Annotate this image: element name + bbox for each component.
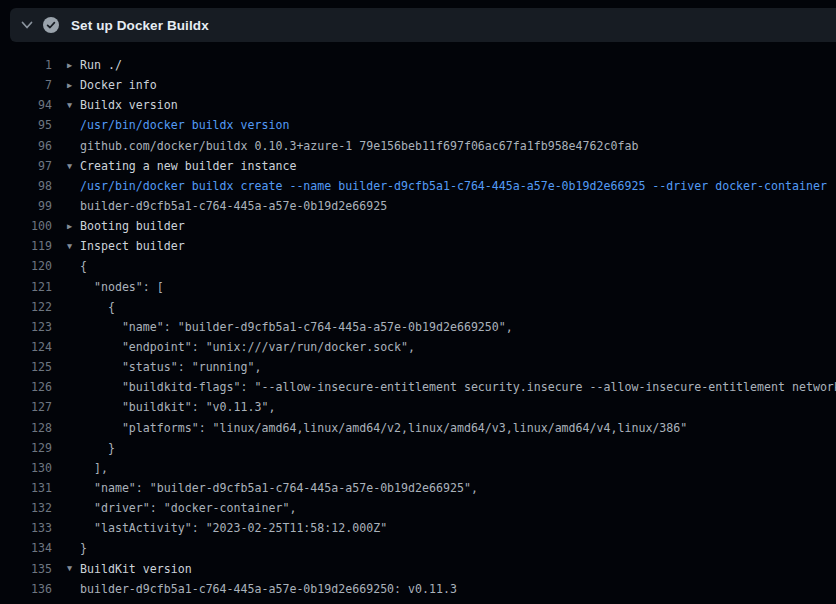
- log-row: 127 "buildkit": "v0.11.3",: [0, 397, 836, 417]
- group-title: Run ./: [80, 58, 122, 72]
- line-number-link[interactable]: 130: [0, 461, 52, 475]
- log-row: 96github.com/docker/buildx 0.10.3+azure-…: [0, 136, 836, 156]
- output-text: }: [80, 441, 115, 455]
- triangle-down-icon: ▼: [52, 101, 80, 110]
- group-title: Docker info: [80, 78, 157, 92]
- log-row: 133 "lastActivity": "2023-02-25T11:58:12…: [0, 518, 836, 538]
- log-group-row[interactable]: 7▶Docker info: [0, 75, 836, 95]
- output-text: builder-d9cfb5a1-c764-445a-a57e-0b19d2e6…: [80, 199, 387, 213]
- triangle-down-icon: ▼: [52, 242, 80, 251]
- log-row: 121 "nodes": [: [0, 277, 836, 297]
- step-title: Set up Docker Buildx: [71, 18, 209, 33]
- triangle-right-icon: ▶: [52, 81, 80, 90]
- log-row: 123 "name": "builder-d9cfb5a1-c764-445a-…: [0, 317, 836, 337]
- output-text: "name": "builder-d9cfb5a1-c764-445a-a57e…: [80, 320, 513, 334]
- line-number-link[interactable]: 136: [0, 582, 52, 596]
- group-title: BuildKit version: [80, 562, 192, 576]
- log-row: 120{: [0, 256, 836, 276]
- line-number-link[interactable]: 129: [0, 441, 52, 455]
- line-number-link[interactable]: 100: [0, 219, 52, 233]
- log-row: 130 ],: [0, 458, 836, 478]
- chevron-down-icon[interactable]: [20, 18, 34, 32]
- log-group-row[interactable]: 94▼Buildx version: [0, 95, 836, 115]
- line-number-link[interactable]: 134: [0, 541, 52, 555]
- command-text: /usr/bin/docker buildx version: [80, 118, 289, 132]
- group-title: Creating a new builder instance: [80, 159, 296, 173]
- log-row: 124 "endpoint": "unix:///var/run/docker.…: [0, 337, 836, 357]
- line-number-link[interactable]: 125: [0, 360, 52, 374]
- output-text: {: [80, 259, 87, 273]
- log-row: 131 "name": "builder-d9cfb5a1-c764-445a-…: [0, 478, 836, 498]
- line-number-link[interactable]: 128: [0, 421, 52, 435]
- line-number-link[interactable]: 122: [0, 300, 52, 314]
- triangle-down-icon: ▼: [52, 564, 80, 573]
- log-group-row[interactable]: 119▼Inspect builder: [0, 236, 836, 256]
- line-number-link[interactable]: 98: [0, 179, 52, 193]
- line-number-link[interactable]: 132: [0, 501, 52, 515]
- line-number-link[interactable]: 7: [0, 78, 52, 92]
- log-lines: 1▶Run ./7▶Docker info94▼Buildx version95…: [0, 44, 836, 604]
- log-row: 128 "platforms": "linux/amd64,linux/amd6…: [0, 418, 836, 438]
- output-text: builder-d9cfb5a1-c764-445a-a57e-0b19d2e6…: [80, 582, 457, 596]
- command-text: /usr/bin/docker buildx create --name bui…: [80, 179, 827, 193]
- line-number-link[interactable]: 127: [0, 400, 52, 414]
- log-row: 99builder-d9cfb5a1-c764-445a-a57e-0b19d2…: [0, 196, 836, 216]
- output-text: github.com/docker/buildx 0.10.3+azure-1 …: [80, 139, 638, 153]
- output-text: {: [80, 300, 115, 314]
- log-row: 95/usr/bin/docker buildx version: [0, 115, 836, 135]
- line-number-link[interactable]: 94: [0, 98, 52, 112]
- log-group-row[interactable]: 100▶Booting builder: [0, 216, 836, 236]
- log-row: 129 }: [0, 438, 836, 458]
- log-row: 126 "buildkitd-flags": "--allow-insecure…: [0, 377, 836, 397]
- group-title: Booting builder: [80, 219, 185, 233]
- log-row: 134}: [0, 538, 836, 558]
- log-row: 136builder-d9cfb5a1-c764-445a-a57e-0b19d…: [0, 579, 836, 599]
- log-group-row[interactable]: 1▶Run ./: [0, 55, 836, 75]
- line-number-link[interactable]: 120: [0, 259, 52, 273]
- output-text: ],: [80, 461, 108, 475]
- line-number-link[interactable]: 119: [0, 239, 52, 253]
- step-header[interactable]: Set up Docker Buildx: [10, 8, 836, 42]
- output-text: "buildkitd-flags": "--allow-insecure-ent…: [80, 380, 836, 394]
- log-group-row[interactable]: 97▼Creating a new builder instance: [0, 156, 836, 176]
- log-row: 122 {: [0, 297, 836, 317]
- log-row: 125 "status": "running",: [0, 357, 836, 377]
- line-number-link[interactable]: 135: [0, 562, 52, 576]
- log-row: 98/usr/bin/docker buildx create --name b…: [0, 176, 836, 196]
- log-row: 132 "driver": "docker-container",: [0, 498, 836, 518]
- triangle-right-icon: ▶: [52, 61, 80, 70]
- line-number-link[interactable]: 121: [0, 280, 52, 294]
- line-number-link[interactable]: 1: [0, 58, 52, 72]
- line-number-link[interactable]: 95: [0, 118, 52, 132]
- triangle-down-icon: ▼: [52, 162, 80, 171]
- triangle-right-icon: ▶: [52, 222, 80, 231]
- output-text: "status": "running",: [80, 360, 261, 374]
- line-number-link[interactable]: 131: [0, 481, 52, 495]
- group-title: Inspect builder: [80, 239, 185, 253]
- line-number-link[interactable]: 126: [0, 380, 52, 394]
- line-number-link[interactable]: 133: [0, 521, 52, 535]
- output-text: "buildkit": "v0.11.3",: [80, 400, 275, 414]
- output-text: "platforms": "linux/amd64,linux/amd64/v2…: [80, 421, 687, 435]
- line-number-link[interactable]: 124: [0, 340, 52, 354]
- group-title: Buildx version: [80, 98, 178, 112]
- output-text: "driver": "docker-container",: [80, 501, 296, 515]
- output-text: "endpoint": "unix:///var/run/docker.sock…: [80, 340, 415, 354]
- check-circle-icon: [43, 17, 59, 33]
- output-text: "name": "builder-d9cfb5a1-c764-445a-a57e…: [80, 481, 478, 495]
- output-text: "nodes": [: [80, 280, 164, 294]
- line-number-link[interactable]: 96: [0, 139, 52, 153]
- line-number-link[interactable]: 99: [0, 199, 52, 213]
- actions-log-view: Set up Docker Buildx 1▶Run ./7▶Docker in…: [0, 0, 836, 604]
- output-text: "lastActivity": "2023-02-25T11:58:12.000…: [80, 521, 387, 535]
- log-group-row[interactable]: 135▼BuildKit version: [0, 559, 836, 579]
- line-number-link[interactable]: 123: [0, 320, 52, 334]
- output-text: }: [80, 541, 87, 555]
- line-number-link[interactable]: 97: [0, 159, 52, 173]
